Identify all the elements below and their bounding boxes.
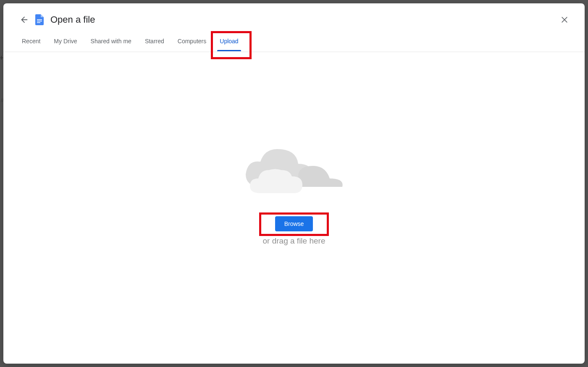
cloud-illustration: [239, 136, 349, 199]
google-docs-icon: [34, 15, 45, 25]
browse-wrap: Browse or drag a file here: [263, 216, 326, 246]
tab-upload[interactable]: Upload: [213, 31, 245, 51]
close-icon: [560, 16, 569, 24]
dialog-header: Open a file: [3, 3, 585, 30]
tab-computers[interactable]: Computers: [171, 31, 213, 51]
back-button[interactable]: [18, 14, 30, 26]
tab-starred[interactable]: Starred: [138, 31, 171, 51]
arrow-left-icon: [20, 15, 29, 24]
tab-my-drive[interactable]: My Drive: [47, 31, 84, 51]
picker-tabs: Recent My Drive Shared with me Starred C…: [3, 30, 585, 52]
svg-rect-2: [37, 21, 42, 22]
tab-recent[interactable]: Recent: [15, 31, 47, 51]
drag-file-text: or drag a file here: [263, 236, 326, 246]
tab-shared-with-me[interactable]: Shared with me: [84, 31, 138, 51]
upload-panel: Browse or drag a file here: [3, 52, 585, 364]
close-button[interactable]: [556, 11, 573, 28]
svg-rect-1: [37, 19, 42, 20]
open-file-dialog: Open a file Recent My Drive Shared with …: [3, 3, 585, 364]
dialog-title: Open a file: [50, 14, 95, 25]
svg-rect-3: [37, 22, 40, 23]
browse-button[interactable]: Browse: [275, 216, 313, 231]
